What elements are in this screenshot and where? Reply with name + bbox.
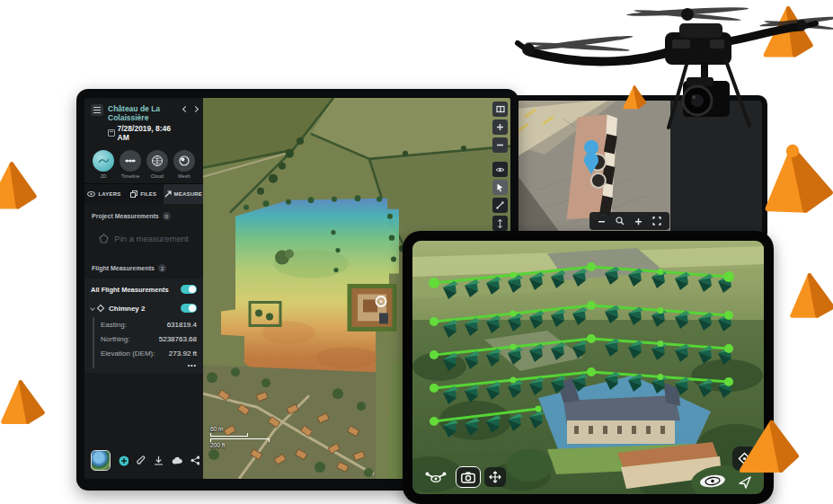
view-mode-timeline[interactable]: Timeline: [119, 150, 142, 179]
timeline-icon: [120, 150, 141, 172]
selected-measurement-marker[interactable]: [377, 296, 386, 306]
measurement-name: Chimney 2: [109, 305, 145, 313]
bottom-toolbar: [91, 450, 199, 471]
project-title: Château de La Colaissière: [108, 104, 179, 122]
project-measurements-header: Project Measurements 0: [84, 204, 203, 223]
3d-scene: [412, 241, 764, 494]
add-circle-icon[interactable]: [119, 455, 128, 466]
pin-outline-icon: [99, 234, 109, 243]
camera-capture-button[interactable]: [456, 466, 481, 488]
drone-photo: [510, 0, 833, 130]
pin-measurement-button[interactable]: Pin a measurement: [84, 223, 203, 256]
easting-row: Easting: 631819.4: [101, 317, 197, 332]
cloud-icon[interactable]: [172, 456, 182, 465]
project-measurements-badge: 0: [163, 212, 171, 220]
flight-plan-3d-view[interactable]: [412, 241, 764, 494]
tab-layers[interactable]: LAYERS: [84, 184, 124, 204]
view-mode-2d[interactable]: 2D: [92, 150, 115, 179]
drone-visibility-button[interactable]: [421, 465, 450, 489]
decor-pyramid: [787, 262, 833, 329]
drone-camera: [683, 77, 730, 117]
measurement-item[interactable]: Chimney 2: [91, 304, 197, 313]
diamond-icon: [97, 305, 104, 312]
share-icon[interactable]: [191, 455, 199, 465]
measure-icon: [164, 190, 172, 198]
measurement-values: Easting: 631819.4 Northing: 5238763.68 E…: [93, 317, 197, 368]
flight-measurements-header: Flight Measurements 2: [84, 256, 203, 275]
more-options-button[interactable]: •••: [101, 360, 197, 368]
zoom-out-button[interactable]: [492, 137, 508, 153]
compare-view-button[interactable]: [492, 102, 508, 117]
map-2d-icon: [93, 150, 114, 172]
tablet-device: [403, 231, 774, 504]
magnifier-icon[interactable]: [616, 217, 625, 225]
zoom-in-button[interactable]: [492, 119, 508, 135]
navigation-arrow-icon[interactable]: [737, 474, 753, 491]
view-mode-cloud[interactable]: Cloud: [146, 150, 169, 179]
calendar-icon: [108, 129, 115, 137]
vertical-measure-button[interactable]: [492, 216, 508, 231]
eye-logo: [699, 474, 726, 488]
collapse-icon[interactable]: [90, 305, 95, 311]
tab-files[interactable]: FILES: [124, 184, 164, 204]
photo-zoom-in-icon[interactable]: [634, 217, 642, 225]
cursor-tool-button[interactable]: [492, 180, 508, 195]
eye-icon: [87, 191, 95, 197]
decor-pyramid: [735, 417, 803, 476]
download-icon[interactable]: [154, 455, 163, 466]
flight-measurements-panel: All Flight Measurements Chimney 2 Eastin…: [84, 279, 203, 373]
elevation-row: Elevation (DEM): 273.92 ft: [101, 346, 197, 360]
all-flight-toggle[interactable]: [181, 285, 197, 294]
drone-annotation-button[interactable]: [492, 162, 508, 177]
menu-icon[interactable]: [91, 104, 103, 116]
files-icon: [130, 190, 137, 198]
tab-measure[interactable]: MEASURE: [164, 184, 203, 204]
next-flight-icon[interactable]: [192, 106, 199, 112]
fullscreen-icon[interactable]: [652, 217, 661, 225]
flight-date[interactable]: 7/28/2019, 8:46 AM: [108, 124, 179, 142]
paperclip-icon[interactable]: [137, 455, 146, 466]
basemap-thumbnail[interactable]: [91, 450, 111, 471]
mesh-icon: [173, 150, 195, 172]
all-flight-label: All Flight Measurements: [91, 286, 169, 294]
decor-pyramid: [0, 158, 38, 214]
sidebar-tabs: LAYERS FILES MEASURE: [84, 183, 203, 204]
measurement-toggle[interactable]: [181, 304, 197, 313]
flight-measurements-badge: 2: [158, 264, 166, 272]
chateau-building: [350, 287, 394, 330]
decor-pyramid: [0, 371, 47, 434]
move-tool-button[interactable]: [484, 467, 506, 487]
photo-zoom-out-icon[interactable]: [598, 217, 606, 225]
photo-controls: [589, 212, 669, 230]
decor-pyramid: [764, 137, 833, 223]
prev-flight-icon[interactable]: [182, 106, 189, 112]
point-cloud-icon: [146, 150, 168, 172]
view-mode-switcher: 2D Timeline Cloud Mesh: [84, 146, 203, 183]
northing-row: Northing: 5238763.68: [101, 332, 197, 346]
line-tool-button[interactable]: [492, 198, 508, 213]
view-mode-mesh[interactable]: Mesh: [173, 150, 196, 179]
scale-bar: 60 m 200 ft: [210, 426, 270, 448]
sidebar: Château de La Colaissière 7/28/2019, 8:4…: [84, 98, 203, 479]
sidebar-header: Château de La Colaissière 7/28/2019, 8:4…: [84, 98, 203, 146]
